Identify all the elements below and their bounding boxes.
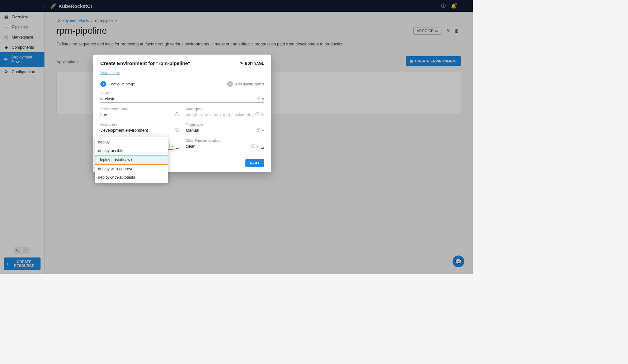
tab-applications[interactable]: Applications — [57, 57, 78, 67]
cluster-label: Cluster — [100, 91, 264, 95]
sidebar-item-label: Components — [12, 45, 34, 50]
info-icon[interactable]: ⓘ — [441, 3, 446, 9]
bell-icon[interactable]: 🔔 — [451, 3, 456, 8]
sidebar-item-overview[interactable]: ▦Overview — [0, 12, 44, 22]
env-name-label: Environment name — [100, 107, 179, 111]
edit-icon[interactable]: ✎ — [447, 28, 451, 33]
chat-icon: 💬 — [455, 258, 462, 265]
dropdown-option[interactable]: deploy-with-autotests — [95, 173, 168, 182]
dropdown-option[interactable]: deploy-with-approve — [95, 165, 168, 173]
cluster-select[interactable]: in-cluster ⓘ ▾ — [100, 95, 264, 103]
breadcrumb: Deployment Flows / rpm-pipeline — [57, 18, 461, 23]
info-icon[interactable]: ⓘ — [175, 127, 179, 133]
env-name-input[interactable]: dev ⓘ — [100, 111, 179, 118]
chevron-down-icon: ▾ — [262, 128, 264, 133]
breadcrumb-root[interactable]: Deployment Flows — [57, 18, 89, 23]
kebab-menu-icon[interactable]: ⋮ — [462, 3, 466, 8]
trigger-label: Trigger type — [186, 123, 264, 126]
clean-template-label: Clean Pipeline template — [186, 139, 259, 142]
settings-icon[interactable]: ◌ — [22, 247, 29, 254]
pipeline-link-icon[interactable]: ⇄ — [261, 141, 264, 150]
grid-icon: ▦ — [410, 59, 413, 63]
app-name: KubeRocketCI — [58, 3, 92, 9]
sidebar-item-label: Pipelines — [12, 25, 28, 29]
stepper: 1Configure stage 2Add quality gates — [100, 81, 264, 87]
sidebar-item-configuration[interactable]: ⚙Configuration — [0, 67, 44, 77]
dropdown-option[interactable]: deploy-ansible — [95, 146, 168, 155]
deploy-template-dropdown: deploy deploy-ansible deploy-ansible-awx… — [95, 137, 168, 183]
chevron-down-icon: ▾ — [257, 144, 259, 149]
pipeline-link-icon[interactable]: ⇄ — [175, 141, 179, 150]
next-button[interactable]: NEXT — [245, 159, 264, 167]
rocket-icon: 🚀 — [50, 3, 57, 9]
info-icon[interactable]: ⓘ — [251, 143, 255, 149]
pencil-icon[interactable]: ✎ — [261, 112, 264, 117]
sidebar-item-label: Configuration — [12, 70, 35, 74]
step-configure-stage[interactable]: 1Configure stage — [100, 81, 135, 87]
app-logo[interactable]: 🚀 KubeRocketCI — [50, 3, 92, 9]
step-add-quality-gates[interactable]: 2Add quality gates — [227, 81, 264, 87]
modal-title: Create Environment for "rpm-pipeline" — [100, 60, 240, 66]
gear-icon: ⚙ — [4, 69, 8, 74]
pipeline-icon: ⎓ — [4, 25, 8, 29]
trash-icon[interactable]: 🗑 — [454, 28, 459, 33]
theme-toggle-icon[interactable]: ✎ — [14, 247, 21, 254]
info-icon[interactable]: ⓘ — [255, 112, 259, 117]
pencil-icon: ✎ — [240, 61, 243, 65]
argo-cd-button[interactable]: ARGO CD⧉ — [413, 27, 441, 35]
info-icon[interactable]: ⓘ — [175, 112, 179, 117]
sidebar-item-components[interactable]: ◆Components — [0, 42, 44, 52]
create-resource-button[interactable]: +CREATE RESOURCE — [4, 257, 41, 270]
description-label: Description — [100, 123, 179, 126]
sidebar-item-marketplace[interactable]: 🛒Marketplace — [0, 32, 44, 42]
sidebar: ▦Overview ⎓Pipelines 🛒Marketplace ◆Compo… — [0, 12, 45, 274]
namespace-input[interactable]: edp-delivery-os-dev-rpm-pipeline-dev ⓘ ✎ — [186, 111, 264, 118]
layers-icon: ◆ — [4, 45, 8, 50]
external-link-icon: ⧉ — [435, 29, 438, 33]
sidebar-item-label: Overview — [12, 15, 28, 19]
edit-yaml-button[interactable]: ✎EDIT YAML — [240, 61, 264, 65]
dropdown-option[interactable]: deploy — [95, 138, 168, 146]
sidebar-item-deployment-flows[interactable]: ☰Deployment Flows — [0, 52, 44, 67]
info-icon[interactable]: ⓘ — [256, 96, 260, 102]
sidebar-item-label: Deployment Flows — [11, 55, 41, 64]
chevron-up-icon: ▴ — [172, 144, 174, 148]
breadcrumb-current: rpm-pipeline — [95, 18, 117, 23]
flow-icon: ☰ — [4, 57, 8, 62]
sidebar-collapse-button[interactable]: ‹ — [4, 3, 48, 9]
sidebar-item-label: Marketplace — [12, 35, 33, 40]
sidebar-item-pipelines[interactable]: ⎓Pipelines — [0, 22, 44, 32]
description-input[interactable]: Development environment ⓘ — [100, 126, 179, 134]
info-icon[interactable]: ⓘ — [256, 127, 260, 133]
topbar: ‹ 🚀 KubeRocketCI ⓘ 🔔 ⋮ — [0, 0, 473, 12]
trigger-select[interactable]: Manual ⓘ ▾ — [186, 126, 264, 134]
cart-icon: 🛒 — [4, 35, 8, 40]
learn-more-link[interactable]: Learn more. — [100, 71, 264, 74]
clean-template-select[interactable]: clean ⓘ ▾ — [186, 142, 259, 150]
plus-icon: + — [7, 262, 8, 266]
dropdown-option-selected[interactable]: deploy-ansible-awx — [95, 155, 168, 165]
namespace-label: Namespace — [186, 107, 264, 111]
page-description: Defines the sequence and logic for promo… — [57, 42, 461, 46]
chat-fab[interactable]: 💬 — [453, 256, 464, 267]
page-title: rpm-pipeline — [57, 25, 413, 36]
create-environment-button[interactable]: ▦CREATE ENVIRONMENT — [406, 56, 461, 66]
dashboard-icon: ▦ — [4, 14, 8, 19]
chevron-down-icon: ▾ — [262, 97, 264, 101]
